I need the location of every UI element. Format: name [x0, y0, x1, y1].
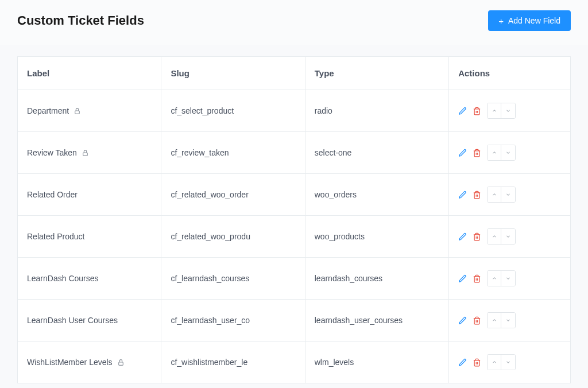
edit-button[interactable] [458, 232, 467, 241]
cell-actions [449, 90, 571, 132]
actions-wrapper [458, 228, 561, 245]
label-text: WishListMember Levels [27, 358, 113, 367]
cell-slug: cf_learndash_courses [161, 258, 305, 300]
chevron-up-icon [492, 234, 497, 239]
page-header: Custom Ticket Fields + Add New Field [0, 0, 588, 45]
pencil-icon [458, 191, 467, 199]
delete-button[interactable] [473, 232, 481, 241]
chevron-up-icon [492, 150, 497, 156]
move-down-button[interactable] [501, 271, 515, 286]
cell-type: woo_products [305, 216, 448, 258]
trash-icon [473, 316, 481, 325]
actions-wrapper [458, 187, 561, 203]
cell-actions [449, 258, 571, 300]
delete-button[interactable] [473, 316, 481, 325]
cell-actions [449, 174, 571, 216]
reorder-buttons [487, 228, 516, 245]
label-text: LearnDash Courses [27, 274, 99, 283]
cell-slug: cf_review_taken [161, 132, 305, 174]
actions-wrapper [458, 312, 561, 328]
edit-button[interactable] [458, 149, 467, 157]
chevron-down-icon [505, 359, 511, 365]
pencil-icon [458, 274, 467, 283]
cell-slug: cf_learndash_user_co [161, 300, 305, 342]
table-header-row: Label Slug Type Actions [18, 57, 571, 90]
lock-icon [74, 107, 81, 115]
chevron-up-icon [492, 276, 497, 281]
move-up-button[interactable] [488, 229, 501, 244]
trash-icon [473, 232, 481, 241]
label-text: Related Order [27, 190, 78, 199]
move-down-button[interactable] [501, 229, 515, 244]
move-down-button[interactable] [501, 355, 515, 370]
pencil-icon [458, 358, 467, 367]
label-text: LearnDash User Courses [27, 316, 118, 325]
label-wrapper: Related Order [27, 190, 152, 199]
table-row: Related Productcf_related_woo_produwoo_p… [18, 216, 571, 258]
svg-rect-0 [75, 110, 80, 113]
delete-button[interactable] [473, 107, 481, 115]
cell-actions [449, 132, 571, 174]
label-text: Department [27, 106, 69, 115]
lock-icon [117, 359, 125, 366]
edit-button[interactable] [458, 274, 467, 283]
edit-button[interactable] [458, 316, 467, 325]
label-wrapper: LearnDash User Courses [27, 316, 152, 325]
cell-type: woo_orders [305, 174, 448, 216]
delete-button[interactable] [473, 274, 481, 283]
trash-icon [473, 107, 481, 115]
plus-icon: + [498, 17, 504, 25]
svg-rect-1 [83, 152, 88, 155]
label-wrapper: Review Taken [27, 148, 152, 157]
column-header-label: Label [18, 57, 161, 90]
content-area: Label Slug Type Actions Departmentcf_sel… [0, 45, 588, 388]
chevron-down-icon [505, 317, 511, 323]
move-down-button[interactable] [501, 187, 515, 202]
chevron-up-icon [492, 359, 497, 365]
chevron-down-icon [505, 192, 511, 197]
move-up-button[interactable] [488, 271, 501, 286]
reorder-buttons [487, 312, 516, 328]
label-text: Review Taken [27, 148, 77, 157]
cell-label: Department [18, 90, 161, 132]
cell-slug: cf_related_woo_produ [161, 216, 305, 258]
move-down-button[interactable] [501, 145, 515, 160]
chevron-down-icon [505, 150, 511, 156]
move-up-button[interactable] [488, 187, 501, 202]
edit-button[interactable] [458, 107, 467, 115]
add-new-field-button[interactable]: + Add New Field [488, 10, 571, 31]
move-up-button[interactable] [488, 103, 501, 118]
edit-button[interactable] [458, 358, 467, 367]
cell-slug: cf_wishlistmember_le [161, 342, 305, 383]
reorder-buttons [487, 354, 516, 370]
trash-icon [473, 191, 481, 199]
move-up-button[interactable] [488, 355, 501, 370]
delete-button[interactable] [473, 191, 481, 199]
cell-actions [449, 300, 571, 342]
custom-fields-table: Label Slug Type Actions Departmentcf_sel… [17, 56, 571, 383]
page-container: Custom Ticket Fields + Add New Field Lab… [0, 0, 588, 388]
edit-button[interactable] [458, 191, 467, 199]
reorder-buttons [487, 270, 516, 286]
label-wrapper: LearnDash Courses [27, 274, 152, 283]
move-down-button[interactable] [501, 103, 515, 118]
delete-button[interactable] [473, 358, 481, 367]
actions-wrapper [458, 270, 561, 286]
delete-button[interactable] [473, 149, 481, 157]
column-header-actions: Actions [449, 57, 571, 90]
reorder-buttons [487, 103, 516, 119]
label-wrapper: Related Product [27, 232, 152, 241]
cell-type: wlm_levels [305, 342, 448, 383]
trash-icon [473, 274, 481, 283]
label-wrapper: Department [27, 106, 152, 115]
column-header-slug: Slug [161, 57, 305, 90]
move-down-button[interactable] [501, 313, 515, 328]
move-up-button[interactable] [488, 145, 501, 160]
pencil-icon [458, 149, 467, 157]
column-header-type: Type [305, 57, 448, 90]
actions-wrapper [458, 354, 561, 370]
chevron-down-icon [505, 234, 511, 239]
trash-icon [473, 358, 481, 367]
move-up-button[interactable] [488, 313, 501, 328]
cell-actions [449, 216, 571, 258]
